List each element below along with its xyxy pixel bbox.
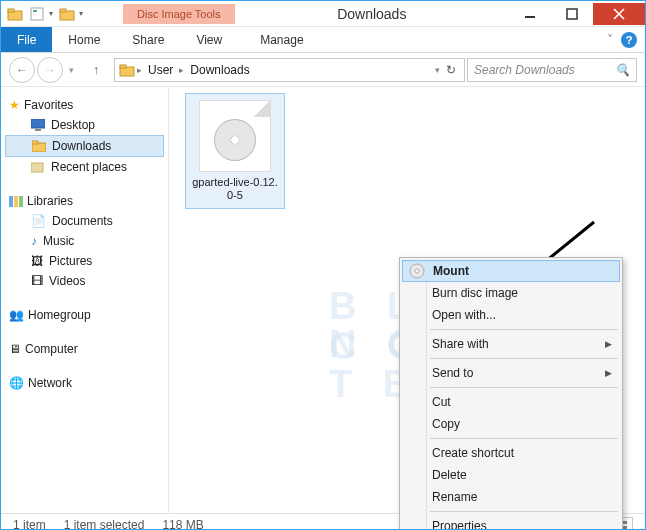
sidebar-item-pictures[interactable]: 🖼Pictures [5,251,164,271]
svg-rect-7 [567,9,577,19]
window-controls [509,3,645,25]
ctx-share-with[interactable]: Share with▶ [402,333,620,355]
sidebar-item-label: Documents [52,214,113,228]
sidebar-item-downloads[interactable]: Downloads [5,135,164,157]
network-label: Network [28,376,72,390]
ctx-delete[interactable]: Delete [402,464,620,486]
svg-rect-30 [623,526,627,529]
close-button[interactable] [593,3,645,25]
documents-icon: 📄 [31,214,46,228]
ctx-label: Send to [432,366,473,380]
disc-icon [409,263,425,279]
ctx-separator [430,358,618,359]
sidebar-item-label: Pictures [49,254,92,268]
sidebar-item-recent[interactable]: Recent places [5,157,164,177]
sidebar-item-documents[interactable]: 📄Documents [5,211,164,231]
svg-point-23 [415,269,419,273]
sidebar-item-videos[interactable]: 🎞Videos [5,271,164,291]
context-menu: Mount Burn disc image Open with... Share… [399,257,623,530]
ctx-copy[interactable]: Copy [402,413,620,435]
forward-button[interactable]: → [37,57,63,83]
ctx-send-to[interactable]: Send to▶ [402,362,620,384]
svg-rect-15 [32,141,38,144]
ctx-separator [430,387,618,388]
breadcrumb-sep-icon[interactable]: ▸ [179,65,184,75]
new-folder-icon[interactable] [59,6,75,22]
history-dropdown-icon[interactable]: ▾ [69,65,74,75]
ctx-separator [430,438,618,439]
computer-icon: 🖥 [9,342,21,356]
sidebar-item-music[interactable]: ♪Music [5,231,164,251]
ctx-burn[interactable]: Burn disc image [402,282,620,304]
svg-rect-12 [31,119,45,128]
ctx-label: Create shortcut [432,446,514,460]
quick-access-toolbar: ▾ ▾ [1,6,83,22]
libraries-header[interactable]: Libraries [5,191,164,211]
breadcrumb-user[interactable]: User [144,63,177,77]
help-icon[interactable]: ? [621,32,637,48]
properties-icon[interactable] [29,6,45,22]
ctx-label: Rename [432,490,477,504]
ctx-open-with[interactable]: Open with... [402,304,620,326]
iso-file-icon [199,100,271,172]
maximize-button[interactable] [551,3,593,25]
address-box[interactable]: ▸ User ▸ Downloads ▾ ↻ [114,58,465,82]
star-icon: ★ [9,98,20,112]
sidebar-item-label: Videos [49,274,85,288]
content-pane[interactable]: B L E E P I N G C O M P U T E R gparted-… [169,87,645,513]
network-header[interactable]: 🌐Network [5,373,164,393]
svg-rect-17 [9,196,13,207]
network-icon: 🌐 [9,376,24,390]
computer-header[interactable]: 🖥Computer [5,339,164,359]
sidebar-item-label: Downloads [52,139,111,153]
svg-rect-19 [19,196,23,207]
breadcrumb-downloads[interactable]: Downloads [186,63,253,77]
status-count: 1 item [13,518,46,531]
refresh-icon[interactable]: ↻ [446,63,456,77]
sidebar-item-label: Recent places [51,160,127,174]
computer-label: Computer [25,342,78,356]
sidebar-item-desktop[interactable]: Desktop [5,115,164,135]
svg-rect-16 [31,163,43,172]
libraries-icon [9,195,23,207]
file-item[interactable]: gparted-live-0.12.0-5 [185,93,285,209]
recent-icon [31,161,45,173]
search-placeholder: Search Downloads [474,63,575,77]
ribbon-context-tab[interactable]: Disc Image Tools [123,4,235,24]
address-dropdown-icon[interactable]: ▾ [435,65,440,75]
ctx-label: Properties [432,519,487,530]
tab-file[interactable]: File [1,27,52,52]
homegroup-header[interactable]: 👥Homegroup [5,305,164,325]
ribbon-minimize-icon[interactable]: ˅ [607,33,613,47]
chevron-right-icon: ▶ [605,339,612,349]
ctx-mount[interactable]: Mount [402,260,620,282]
ctx-rename[interactable]: Rename [402,486,620,508]
desktop-icon [31,119,45,131]
ctx-cut[interactable]: Cut [402,391,620,413]
ctx-properties[interactable]: Properties [402,515,620,530]
breadcrumb-sep-icon[interactable]: ▸ [137,65,142,75]
nav-pane: ★ Favorites Desktop Downloads Recent pla… [1,87,169,513]
favorites-header[interactable]: ★ Favorites [5,95,164,115]
chevron-down-icon[interactable]: ▾ [49,9,53,18]
status-selected: 1 item selected [64,518,145,531]
qat-dropdown-icon[interactable]: ▾ [79,9,83,18]
libraries-label: Libraries [27,194,73,208]
homegroup-label: Homegroup [28,308,91,322]
tab-view[interactable]: View [180,27,238,52]
homegroup-icon: 👥 [9,308,24,322]
svg-rect-28 [623,521,627,524]
ctx-label: Open with... [432,308,496,322]
tab-manage[interactable]: Manage [244,27,319,52]
tab-home[interactable]: Home [52,27,116,52]
tab-share[interactable]: Share [116,27,180,52]
search-input[interactable]: Search Downloads 🔍 [467,58,637,82]
titlebar: ▾ ▾ Disc Image Tools Downloads [1,1,645,27]
up-button[interactable]: ↑ [86,60,106,80]
back-button[interactable]: ← [9,57,35,83]
minimize-button[interactable] [509,3,551,25]
ctx-create-shortcut[interactable]: Create shortcut [402,442,620,464]
folder-icon [7,6,23,22]
search-icon: 🔍 [615,63,630,77]
music-icon: ♪ [31,234,37,248]
